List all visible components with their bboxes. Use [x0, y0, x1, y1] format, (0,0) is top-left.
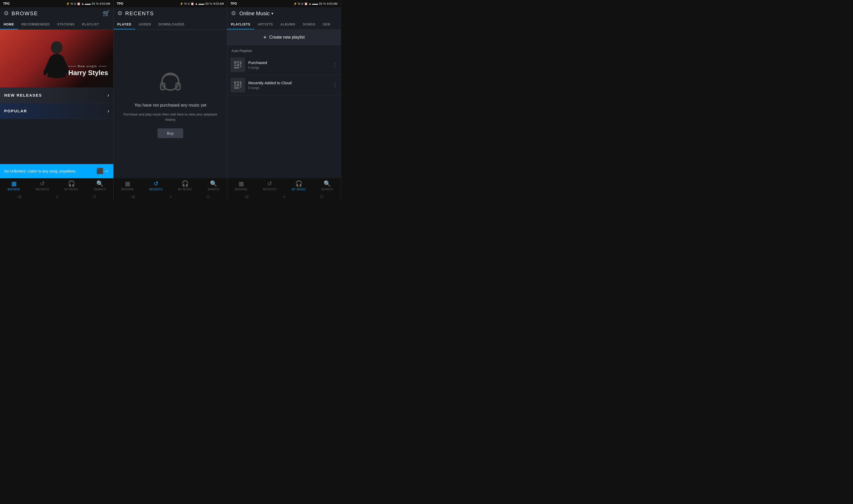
nav-recents-1[interactable]: ↺ RECENTS	[35, 180, 49, 191]
more-btn-purchased[interactable]: ⋮	[332, 62, 338, 68]
nav-search-3[interactable]: 🔍 SEARCH	[321, 180, 333, 191]
tab-home[interactable]: HOME	[0, 19, 18, 30]
browse-nav-icon-3: ▦	[239, 180, 244, 187]
tab-genre[interactable]: GEN	[319, 19, 334, 30]
tab-artists[interactable]: ARTISTS	[254, 19, 277, 30]
empty-subtitle: Purchase and play music then visit here …	[122, 112, 219, 122]
nav-search-2[interactable]: 🔍 SEARCH	[207, 180, 219, 191]
back-btn-1[interactable]: ◁	[18, 194, 21, 199]
nav-mymusic-label-1: MY MUSIC	[64, 188, 78, 191]
nav-recents-3[interactable]: ↺ RECENTS	[263, 180, 276, 191]
nav-mymusic-3[interactable]: 🎧 MY MUSIC	[292, 180, 306, 191]
tab-played[interactable]: PLAYED	[114, 19, 135, 30]
home-btn-2[interactable]: ○	[169, 194, 172, 199]
new-releases-row[interactable]: NEW RELEASES ›	[0, 87, 113, 103]
browse-nav-icon-1: ▦	[11, 180, 17, 187]
tab-playlists-browse[interactable]: PLAYLIST	[78, 19, 103, 30]
artist-silhouette	[41, 40, 72, 87]
nav-browse-1[interactable]: ▦ BROWSE	[7, 180, 20, 191]
nav-mymusic-2[interactable]: 🎧 MY MUSIC	[178, 180, 192, 191]
status-bar-2: TPO ⚡ N ⊙ ⏰ ▲ ▬▬ 93% 8:03 AM	[114, 0, 227, 7]
search-nav-icon-1: 🔍	[96, 180, 104, 187]
online-music-title[interactable]: Online Music ▾	[239, 11, 273, 17]
recents-btn-3[interactable]: □	[321, 194, 323, 199]
new-releases-label: NEW RELEASES	[4, 93, 42, 97]
gear-icon-2[interactable]: ⚙	[117, 10, 123, 17]
buy-button[interactable]: Buy	[158, 128, 183, 138]
status-right-1: ⚡ N ⊙ ⏰ ▲ ▬▬ 93% 8:03 AM	[66, 2, 110, 5]
nav-mymusic-label-3: MY MUSIC	[292, 188, 306, 191]
browse-tab-bar: HOME RECOMMENDED STATIONS PLAYLIST	[0, 19, 113, 30]
mymusic-tab-bar: PLAYLISTS ARTISTS ALBUMS SONGS GEN	[227, 19, 341, 30]
battery-3: 93	[319, 2, 322, 5]
nav-mymusic-1[interactable]: 🎧 MY MUSIC	[64, 180, 78, 191]
tab-recommended[interactable]: RECOMMENDED	[18, 19, 54, 30]
bottom-nav-3: ▦ BROWSE ↺ RECENTS 🎧 MY MUSIC 🔍 SEARCH	[227, 178, 341, 192]
browse-title: BROWSE	[12, 11, 38, 17]
time-1: 8:03 AM	[100, 2, 110, 5]
nav-browse-label-1: BROWSE	[7, 188, 20, 191]
unlimited-banner[interactable]: Go Unlimited. Listen to any song, anywhe…	[0, 164, 113, 178]
status-bar-1: TPO ⚡ N ⊙ ⏰ ▲ ▬▬ 93% 8:03 AM	[0, 0, 113, 7]
android-nav-2: ◁ ○ □	[114, 192, 227, 202]
android-nav-3: ◁ ○ □	[227, 192, 341, 202]
tab-songs[interactable]: SONGS	[299, 19, 319, 30]
create-playlist-button[interactable]: + Create new playlist	[227, 30, 341, 45]
recents-btn-1[interactable]: □	[93, 194, 96, 199]
hero-section: New single Harry Styles	[0, 30, 113, 87]
svg-rect-15	[237, 84, 239, 86]
svg-rect-8	[237, 64, 239, 66]
mymusic-app-header: ⚙ Online Music ▾	[227, 7, 341, 19]
playlist-item-purchased[interactable]: Purchased 0 songs ⋮	[227, 55, 341, 75]
home-btn-3[interactable]: ○	[283, 194, 286, 199]
tab-downloaded[interactable]: DOWNLOADED	[155, 19, 188, 30]
tab-albums[interactable]: ALBUMS	[277, 19, 299, 30]
nav-browse-label-3: BROWSE	[235, 188, 247, 191]
back-btn-3[interactable]: ◁	[245, 194, 248, 199]
recents-nav-icon-2: ↺	[153, 180, 158, 187]
mymusic-nav-icon-2: 🎧	[182, 180, 189, 187]
playlist-name-purchased: Purchased	[248, 60, 329, 65]
status-icons-1: N ⊙ ⏰ ▲ ▬▬	[71, 2, 91, 5]
more-btn-cloud[interactable]: ⋮	[332, 82, 338, 88]
popular-row[interactable]: POPULAR ›	[0, 103, 113, 119]
search-nav-icon-2: 🔍	[210, 180, 217, 187]
nav-browse-2[interactable]: ▦ BROWSE	[121, 180, 133, 191]
svg-rect-6	[237, 61, 239, 63]
playlist-item-cloud[interactable]: Recently Added to Cloud 0 songs ⋮	[227, 75, 341, 95]
carrier-1: TPO	[3, 2, 10, 5]
nav-search-1[interactable]: 🔍 SEARCH	[94, 180, 106, 191]
cart-icon[interactable]: 🛒	[103, 10, 110, 17]
tab-added[interactable]: ADDED	[135, 19, 155, 30]
hero-bg: New single Harry Styles	[0, 30, 113, 87]
nav-browse-3[interactable]: ▦ BROWSE	[235, 180, 247, 191]
mymusic-nav-icon-3: 🎧	[295, 180, 302, 187]
gear-icon-3[interactable]: ⚙	[231, 10, 236, 17]
mymusic-nav-icon-1: 🎧	[68, 180, 75, 187]
bottom-nav-2: ▦ BROWSE ↺ RECENTS 🎧 MY MUSIC 🔍 SEARCH	[114, 178, 227, 192]
music-grid-icon-2	[234, 81, 242, 89]
svg-point-1	[51, 41, 62, 54]
signin-icon[interactable]: ⬛→	[96, 168, 109, 175]
svg-rect-10	[240, 66, 241, 67]
tab-stations[interactable]: STATIONS	[54, 19, 78, 30]
chevron-right-2: ›	[107, 108, 109, 114]
home-btn-1[interactable]: ○	[56, 194, 58, 199]
browse-app-header: ⚙ BROWSE 🛒	[0, 7, 113, 19]
tab-playlists[interactable]: PLAYLISTS	[227, 19, 254, 30]
empty-title: You have not purchased any music yet	[134, 103, 206, 108]
dropdown-arrow: ▾	[271, 11, 273, 16]
svg-rect-12	[234, 82, 236, 84]
svg-rect-18	[234, 87, 239, 89]
nav-recents-2[interactable]: ↺ RECENTS	[149, 180, 162, 191]
back-btn-2[interactable]: ◁	[131, 194, 134, 199]
search-nav-icon-3: 🔍	[324, 180, 331, 187]
content-spacer-3	[227, 95, 341, 178]
svg-rect-5	[234, 61, 236, 64]
gear-icon-1[interactable]: ⚙	[4, 10, 9, 17]
svg-rect-14	[234, 85, 236, 86]
recents-btn-2[interactable]: □	[207, 194, 210, 199]
svg-rect-13	[237, 82, 239, 83]
nav-search-label-3: SEARCH	[321, 188, 333, 191]
mymusic-panel: TPO ⚡ N ⊙ ⏰ ▲ ▬▬ 93% 8:03 AM ⚙ Online Mu…	[227, 0, 341, 202]
